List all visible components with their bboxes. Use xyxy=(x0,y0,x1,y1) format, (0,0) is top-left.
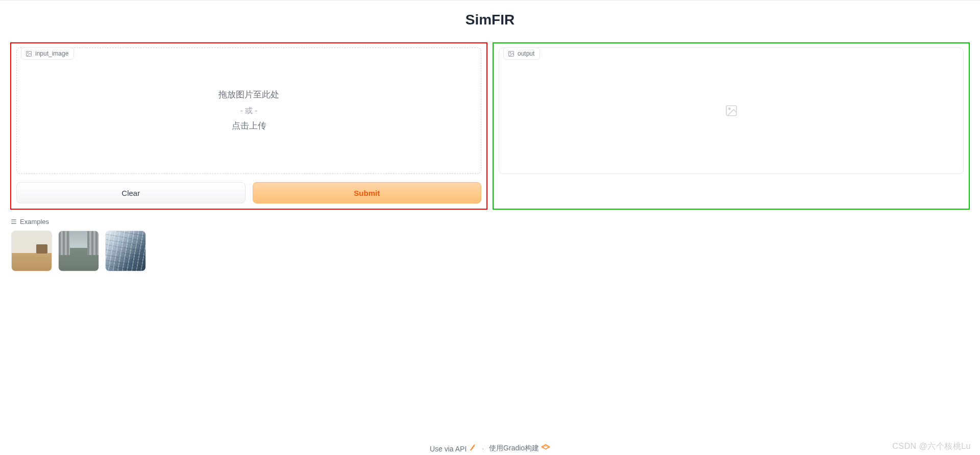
svg-point-1 xyxy=(28,52,29,53)
examples-label-text: Examples xyxy=(20,218,49,225)
gradio-link-text: 使用Gradio构建 xyxy=(489,444,539,452)
input-label-text: input_image xyxy=(35,50,68,57)
api-link[interactable]: Use via API xyxy=(430,443,477,453)
output-panel-label: output xyxy=(503,47,540,60)
columns-row: input_image 拖放图片至此处 - 或 - 点击上传 Clear Sub… xyxy=(10,42,970,210)
image-icon xyxy=(508,50,514,57)
gradio-icon xyxy=(541,443,550,450)
footer: Use via API · 使用Gradio构建 xyxy=(0,443,980,453)
svg-point-5 xyxy=(728,108,730,110)
example-thumbnails xyxy=(11,231,970,271)
list-icon xyxy=(11,219,16,224)
output-label-text: output xyxy=(518,50,534,57)
input-panel-label: input_image xyxy=(21,47,74,60)
input-image-dropzone[interactable]: input_image 拖放图片至此处 - 或 - 点击上传 xyxy=(16,47,481,174)
image-icon xyxy=(26,50,32,57)
drop-or: - 或 - xyxy=(218,104,279,118)
main-container: SimFIR input_image 拖放图片至此处 - 或 - xyxy=(0,12,980,271)
api-link-text: Use via API xyxy=(430,445,467,453)
examples-label: Examples xyxy=(11,218,970,225)
page-title: SimFIR xyxy=(10,12,970,28)
output-image-panel: output xyxy=(499,47,964,174)
example-thumb-2[interactable] xyxy=(58,231,99,271)
dropzone-text: 拖放图片至此处 - 或 - 点击上传 xyxy=(218,87,279,134)
rocket-icon xyxy=(468,443,478,453)
example-thumb-3[interactable] xyxy=(105,231,146,271)
top-divider xyxy=(0,0,980,1)
output-column: output xyxy=(493,42,970,210)
button-row: Clear Submit xyxy=(16,182,481,204)
output-placeholder-icon xyxy=(725,104,738,117)
drop-line-2: 点击上传 xyxy=(218,118,279,134)
watermark: CSDN @六个核桃Lu xyxy=(892,441,971,452)
examples-section: Examples xyxy=(10,218,970,271)
submit-button[interactable]: Submit xyxy=(253,182,482,204)
input-column: input_image 拖放图片至此处 - 或 - 点击上传 Clear Sub… xyxy=(10,42,487,210)
clear-button[interactable]: Clear xyxy=(16,182,246,204)
example-thumb-1[interactable] xyxy=(11,231,52,271)
gradio-link[interactable]: 使用Gradio构建 xyxy=(489,443,550,453)
svg-point-3 xyxy=(510,52,511,53)
footer-separator: · xyxy=(482,444,484,452)
drop-line-1: 拖放图片至此处 xyxy=(218,87,279,103)
